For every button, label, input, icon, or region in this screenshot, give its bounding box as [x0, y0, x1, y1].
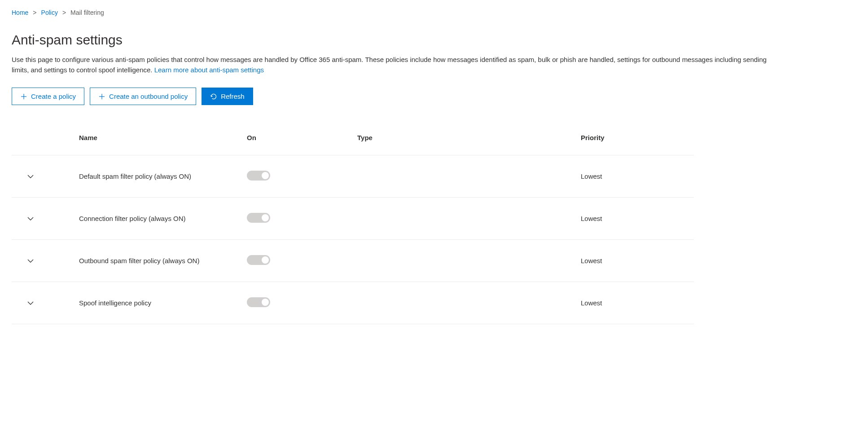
table-row[interactable]: Default spam filter policy (always ON) L…	[12, 155, 694, 198]
column-on: On	[247, 134, 357, 141]
toggle-switch[interactable]	[247, 213, 270, 223]
chevron-down-icon	[27, 259, 34, 263]
refresh-icon	[210, 93, 217, 100]
toggle-switch[interactable]	[247, 255, 270, 265]
create-outbound-label: Create an outbound policy	[109, 92, 188, 101]
table-row[interactable]: Outbound spam filter policy (always ON) …	[12, 240, 694, 282]
page-description: Use this page to configure various anti-…	[12, 55, 775, 75]
chevron-down-icon	[27, 216, 34, 221]
create-policy-label: Create a policy	[31, 92, 76, 101]
toggle-knob	[262, 214, 269, 221]
column-priority: Priority	[581, 134, 694, 141]
expand-button[interactable]	[25, 215, 36, 223]
column-name: Name	[79, 134, 247, 141]
page-title: Anti-spam settings	[12, 32, 856, 48]
toggle-knob	[262, 256, 269, 264]
chevron-down-icon	[27, 174, 34, 179]
toggle-knob	[262, 172, 269, 179]
plus-icon	[20, 93, 27, 100]
breadcrumb-policy[interactable]: Policy	[41, 9, 58, 16]
breadcrumb: Home > Policy > Mail filtering	[12, 9, 856, 16]
expand-button[interactable]	[25, 172, 36, 181]
create-policy-button[interactable]: Create a policy	[12, 88, 84, 105]
toggle-knob	[262, 299, 269, 306]
refresh-button[interactable]: Refresh	[202, 88, 253, 105]
breadcrumb-home[interactable]: Home	[12, 9, 28, 16]
breadcrumb-separator: >	[33, 9, 36, 16]
column-type: Type	[357, 134, 581, 141]
toggle-switch[interactable]	[247, 171, 270, 181]
chevron-down-icon	[27, 301, 34, 305]
row-name: Default spam filter policy (always ON)	[79, 172, 247, 180]
row-name: Spoof intelligence policy	[79, 299, 247, 307]
row-name: Connection filter policy (always ON)	[79, 215, 247, 222]
expand-button[interactable]	[25, 257, 36, 265]
row-priority: Lowest	[581, 299, 694, 307]
refresh-label: Refresh	[221, 92, 245, 101]
row-priority: Lowest	[581, 172, 694, 180]
policy-table: Name On Type Priority Default spam filte…	[12, 128, 694, 324]
learn-more-link[interactable]: Learn more about anti-spam settings	[154, 66, 264, 74]
row-priority: Lowest	[581, 257, 694, 264]
toolbar: Create a policy Create an outbound polic…	[12, 88, 856, 105]
breadcrumb-current: Mail filtering	[70, 9, 104, 16]
table-row[interactable]: Connection filter policy (always ON) Low…	[12, 198, 694, 240]
row-name: Outbound spam filter policy (always ON)	[79, 257, 247, 264]
plus-icon	[98, 93, 105, 100]
create-outbound-policy-button[interactable]: Create an outbound policy	[90, 88, 196, 105]
breadcrumb-separator: >	[62, 9, 66, 16]
toggle-switch[interactable]	[247, 297, 270, 307]
expand-button[interactable]	[25, 299, 36, 307]
table-header: Name On Type Priority	[12, 128, 694, 155]
row-priority: Lowest	[581, 215, 694, 222]
table-row[interactable]: Spoof intelligence policy Lowest	[12, 282, 694, 324]
page-description-text: Use this page to configure various anti-…	[12, 56, 767, 74]
